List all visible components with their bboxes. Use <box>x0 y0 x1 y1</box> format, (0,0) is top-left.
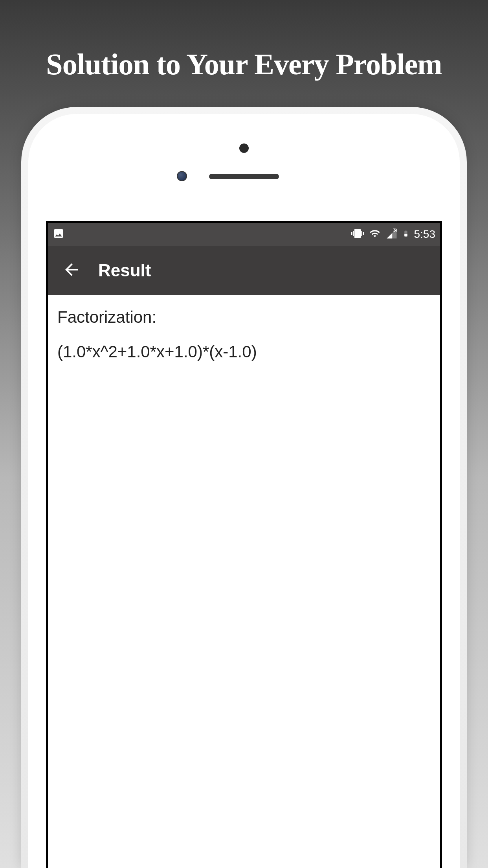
image-icon <box>53 228 64 241</box>
phone-screen: 5:53 Result Factorization: (1.0*x^2+1.0*… <box>46 221 442 868</box>
result-label: Factorization: <box>57 308 431 327</box>
status-left <box>53 228 64 241</box>
status-bar: 5:53 <box>48 223 440 246</box>
phone-frame: 5:53 Result Factorization: (1.0*x^2+1.0*… <box>21 107 467 868</box>
phone-front-camera <box>177 171 187 181</box>
vibrate-icon <box>351 227 364 241</box>
result-value: (1.0*x^2+1.0*x+1.0)*(x-1.0) <box>57 342 431 361</box>
wifi-icon <box>369 228 381 241</box>
phone-inner: 5:53 Result Factorization: (1.0*x^2+1.0*… <box>28 114 460 868</box>
status-time: 5:53 <box>414 228 436 241</box>
signal-icon <box>386 228 398 241</box>
page-title: Result <box>98 261 151 280</box>
phone-speaker <box>209 174 279 179</box>
status-right: 5:53 <box>351 227 436 241</box>
phone-top-sensor <box>239 143 249 153</box>
promo-title: Solution to Your Every Problem <box>0 47 488 81</box>
arrow-left-icon <box>62 260 81 281</box>
content-area: Factorization: (1.0*x^2+1.0*x+1.0)*(x-1.… <box>48 295 440 374</box>
app-bar: Result <box>48 246 440 295</box>
back-button[interactable] <box>56 255 87 286</box>
battery-icon <box>402 228 409 241</box>
